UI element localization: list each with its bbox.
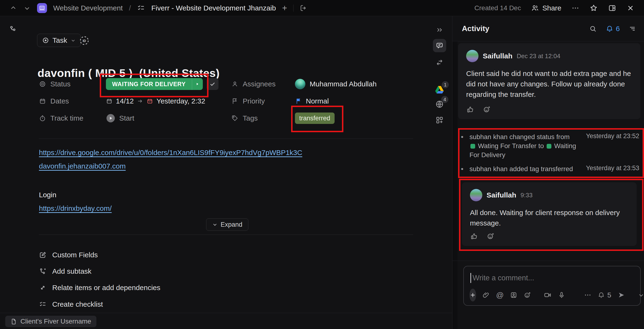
start-date-calendar-icon [106, 98, 112, 104]
create-checklist-button[interactable]: Create checklist [39, 299, 103, 310]
arrow-right-icon [137, 98, 143, 104]
assignee-name: Muhammad Abdullah [310, 80, 376, 88]
close-icon[interactable] [626, 4, 634, 12]
comments-tab-active[interactable] [432, 39, 447, 52]
login-url-link[interactable]: https://drinxbyday.com/ [39, 204, 112, 212]
share-button[interactable]: Share [531, 4, 561, 12]
sidebar-layout-icon[interactable] [608, 4, 616, 12]
tag-transferred[interactable]: transferred [295, 112, 334, 124]
send-options-chevron-icon[interactable] [638, 292, 644, 298]
dates-value[interactable]: 14/12 Yesterday, 2:32 [106, 97, 205, 105]
relationship-arrows-icon [39, 284, 46, 292]
task-type-dropdown[interactable]: Task [37, 34, 81, 47]
task-id-icon[interactable]: ID [79, 35, 90, 46]
thumbs-up-icon[interactable] [470, 232, 478, 240]
clip-embed-icon[interactable] [510, 291, 518, 299]
due-date-calendar-icon [146, 98, 153, 104]
emoji-icon[interactable] [524, 291, 531, 299]
bullet: • [461, 164, 470, 174]
more-options-icon[interactable] [584, 291, 592, 299]
google-drive-tab[interactable]: 1 [432, 85, 447, 96]
priority-value[interactable]: Normal [295, 97, 329, 105]
collapse-panel-button[interactable] [432, 26, 447, 34]
space-icon[interactable] [37, 3, 47, 13]
prev-task-chevron-up-icon[interactable] [10, 4, 17, 12]
start-timer-button[interactable]: Start [106, 114, 134, 123]
search-icon[interactable] [589, 25, 597, 32]
add-attachment-button[interactable] [470, 289, 476, 302]
add-reaction-icon[interactable] [486, 232, 495, 240]
document-icon [10, 318, 17, 325]
watch-notifications-button[interactable]: 6 [606, 25, 620, 33]
comment-author[interactable]: Saifullah [483, 52, 512, 60]
subtask-link-icon[interactable] [8, 25, 17, 33]
log-item-tag-added: • subhan khan added tag transferred Yest… [461, 164, 639, 174]
stopwatch-icon [39, 115, 46, 122]
add-apps-tab[interactable] [432, 116, 447, 124]
flag-outline-icon [231, 98, 238, 105]
paperclip-icon[interactable] [482, 291, 490, 299]
assignee-item[interactable]: Muhammad Abdullah [295, 79, 376, 89]
bullet: • [461, 132, 470, 142]
pop-out-icon[interactable] [300, 4, 307, 12]
person-icon [231, 80, 238, 88]
comment-bubble-icon [433, 39, 446, 52]
mention-icon[interactable]: @ [496, 291, 504, 299]
next-task-chevron-down-icon[interactable] [23, 4, 31, 12]
add-subtask-button[interactable]: Add subtask [39, 266, 92, 276]
activity-scrollbar-gutter[interactable] [452, 41, 458, 329]
mark-complete-button[interactable] [206, 78, 218, 90]
composer-watchers-button[interactable]: 5 [598, 291, 611, 299]
calendar-icon [39, 98, 46, 105]
breadcrumb-separator: / [129, 4, 131, 12]
login-label: Login [39, 191, 56, 199]
start-date[interactable]: 14/12 [116, 97, 134, 105]
status-value: WAITING FOR DELIVERY [106, 78, 192, 90]
send-icon[interactable] [618, 291, 626, 299]
watcher-count: 5 [607, 291, 611, 299]
avatar[interactable] [466, 50, 478, 62]
priority-label-text: Normal [306, 97, 329, 105]
relationships-tab[interactable] [432, 58, 447, 66]
custom-fields-button[interactable]: Custom Fields [39, 250, 98, 260]
side-icon-rail: 1 4 [432, 16, 447, 329]
comment-timestamp: Dec 23 at 12:04 [517, 52, 560, 60]
due-date[interactable]: Yesterday, 2:32 [156, 97, 205, 105]
record-video-icon[interactable] [544, 291, 552, 299]
links-tab[interactable]: 4 [432, 100, 447, 110]
relate-items-button[interactable]: Relate items or add dependencies [39, 282, 160, 293]
edit-square-icon [39, 251, 46, 259]
filter-icon[interactable] [629, 25, 636, 32]
status-next-arrow[interactable] [192, 78, 203, 90]
breadcrumb-space[interactable]: Website Development [53, 4, 123, 12]
play-circle-icon [106, 114, 116, 123]
thumbs-up-icon[interactable] [466, 106, 474, 114]
more-options-icon[interactable] [571, 4, 580, 12]
add-reaction-icon[interactable] [483, 106, 491, 114]
text-caret [470, 273, 471, 283]
checklist-icon [39, 300, 46, 308]
drive-folder-link[interactable]: https://drive.google.com/drive/u/0/folde… [39, 148, 302, 157]
field-row-dates-priority: Dates 14/12 Yesterday, 2:32 [0, 92, 413, 110]
comment-timestamp: 9:33 [520, 192, 533, 199]
expand-description-button[interactable]: Expand [206, 218, 248, 231]
task-main-panel: Task ID davonfin ( MID 5 ) (United State… [0, 16, 452, 329]
priority-field-label: Priority [231, 97, 295, 105]
favorite-star-icon[interactable] [590, 4, 598, 12]
status-chip[interactable]: WAITING FOR DELIVERY [106, 78, 203, 90]
field-row-status-assignees: Status WAITING FOR DELIVERY Assignees [0, 76, 413, 92]
comment-composer[interactable]: Write a comment... @ [463, 266, 641, 306]
voice-clip-icon[interactable] [558, 291, 566, 299]
checklist-task-icon [137, 4, 145, 12]
status-square-from [470, 144, 475, 148]
add-tab-button[interactable]: + [282, 4, 287, 12]
status-target-icon [39, 80, 46, 88]
comment-input[interactable]: Write a comment... [470, 273, 534, 283]
client-site-link[interactable]: davonfin.jehanzaib007.com [39, 162, 126, 170]
section-divider [39, 234, 413, 235]
comment-author[interactable]: Saifullah [486, 191, 516, 199]
chevron-down-icon [70, 38, 76, 43]
avatar[interactable] [470, 189, 482, 201]
footer-tab-client-fiver-username[interactable]: Client's Fiver Username [5, 316, 96, 327]
composer-toolbar: @ [470, 289, 635, 302]
